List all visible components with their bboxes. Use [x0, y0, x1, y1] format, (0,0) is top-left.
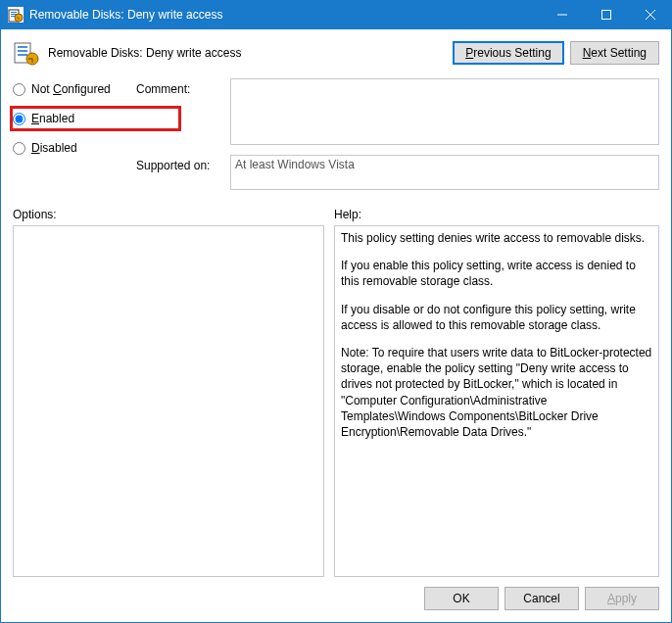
help-paragraph: This policy setting denies write access … [341, 230, 652, 246]
options-pane [13, 225, 324, 577]
help-pane: This policy setting denies write access … [334, 225, 659, 577]
svg-rect-12 [18, 54, 27, 56]
radio-not-configured-input[interactable] [13, 83, 25, 96]
radio-disabled-input[interactable] [13, 142, 25, 155]
help-paragraph: Note: To require that users write data t… [341, 345, 652, 440]
svg-rect-1 [11, 12, 17, 13]
titlebar: Removable Disks: Deny write access [0, 0, 672, 29]
next-setting-button[interactable]: Next Setting [570, 41, 659, 65]
radio-disabled-label: Disabled [31, 141, 77, 155]
close-button[interactable] [628, 0, 672, 29]
page-icon [13, 39, 40, 67]
supported-on-label: Supported on: [136, 155, 224, 190]
maximize-button[interactable] [584, 0, 628, 29]
radio-enabled-input[interactable] [13, 113, 25, 125]
previous-setting-button[interactable]: Previous Setting [453, 41, 563, 65]
ok-button[interactable]: OK [424, 587, 499, 610]
window-controls [540, 0, 672, 29]
radio-not-configured-label: Not Configured [31, 82, 111, 96]
comment-textarea[interactable] [230, 78, 659, 145]
help-paragraph: If you enable this policy setting, write… [341, 258, 652, 289]
window-title: Removable Disks: Deny write access [29, 8, 540, 22]
svg-rect-10 [18, 46, 27, 48]
help-label: Help: [334, 208, 361, 221]
comment-label: Comment: [136, 78, 224, 145]
apply-button[interactable]: Apply [585, 587, 659, 610]
page-title: Removable Disks: Deny write access [48, 46, 445, 60]
supported-on-value: At least Windows Vista [230, 155, 659, 190]
help-paragraph: If you disable or do not configure this … [341, 302, 652, 333]
svg-rect-6 [601, 11, 610, 20]
radio-not-configured[interactable]: Not Configured [13, 82, 130, 96]
minimize-button[interactable] [540, 0, 584, 29]
svg-rect-11 [18, 50, 27, 52]
radio-disabled[interactable]: Disabled [13, 141, 130, 155]
cancel-button[interactable]: Cancel [504, 587, 579, 610]
policy-icon [8, 7, 24, 23]
options-label: Options: [13, 208, 324, 221]
radio-enabled-label: Enabled [31, 112, 74, 125]
